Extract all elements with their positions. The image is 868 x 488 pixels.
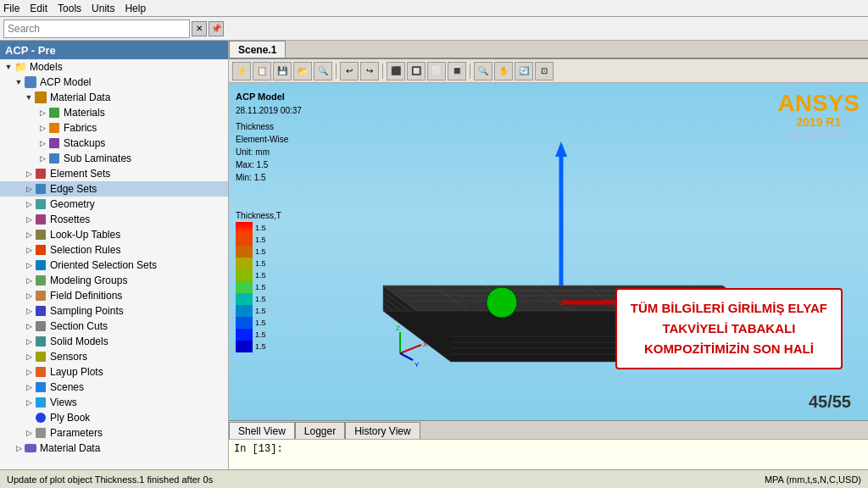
tree-layupplots[interactable]: ▷ Layup Plots — [0, 364, 228, 380]
expand-section-icon[interactable]: ▷ — [24, 321, 34, 331]
toolbar-btn-9[interactable]: 🔲 — [407, 62, 426, 80]
search-input[interactable] — [3, 19, 190, 38]
expand-materials-icon[interactable]: ▷ — [37, 108, 47, 118]
console[interactable]: In [13]: — [229, 439, 868, 469]
expand-geometry-icon[interactable]: ▷ — [24, 199, 34, 209]
toolbar: ⚡ 📋 💾 📂 🔍 ↩ ↪ ⬛ 🔲 ⬜ 🔳 🔍 ✋ 🔄 ⊡ — [229, 59, 868, 83]
expand-modeling-icon[interactable]: ▷ — [24, 275, 34, 286]
expand-param-icon[interactable]: ▷ — [24, 428, 34, 438]
expand-views-icon[interactable]: ▷ — [24, 397, 34, 408]
expand-oriented-icon[interactable]: ▷ — [24, 260, 34, 270]
toolbar-btn-11[interactable]: 🔳 — [448, 62, 466, 80]
search-clear-button[interactable]: ✕ — [192, 21, 207, 36]
expand-matdata2-icon[interactable]: ▷ — [14, 443, 24, 453]
tree-lookuptables[interactable]: ▷ Look-Up Tables — [0, 227, 228, 242]
toolbar-zoom[interactable]: 🔍 — [474, 62, 492, 80]
selrules-icon — [34, 243, 47, 257]
tab-logger[interactable]: Logger — [295, 422, 345, 439]
tree-stackups-label: Stackups — [64, 137, 105, 149]
expand-materialdata-icon[interactable]: ▼ — [24, 92, 34, 103]
toolbar-pan[interactable]: ✋ — [494, 62, 513, 80]
menu-edit[interactable]: Edit — [30, 3, 47, 14]
expand-selrules-icon[interactable]: ▷ — [24, 245, 34, 255]
tree-materials[interactable]: ▷ Materials — [0, 105, 228, 120]
expand-rosettes-icon[interactable]: ▷ — [24, 214, 34, 225]
menu-tools[interactable]: Tools — [58, 3, 81, 14]
tree-modelinggroups[interactable]: ▷ Modeling Groups — [0, 273, 228, 288]
tree-plybook[interactable]: Ply Book — [0, 410, 228, 425]
toolbar-btn-1[interactable]: ⚡ — [232, 62, 251, 80]
expand-edgesets-icon[interactable]: ▷ — [24, 184, 34, 194]
tree-acp-model[interactable]: ▼ ACP Model — [0, 75, 228, 90]
tree-materials-label: Materials — [64, 107, 105, 119]
tab-history-view[interactable]: History View — [345, 422, 420, 439]
toolbar-btn-5[interactable]: 🔍 — [314, 62, 332, 80]
tree-selectionrules[interactable]: ▷ Selection Rules — [0, 242, 228, 258]
tree-stackups[interactable]: ▷ Stackups — [0, 136, 228, 151]
expand-scenes-icon[interactable]: ▷ — [24, 382, 34, 392]
menu-file[interactable]: File — [3, 3, 19, 14]
right-panel: Scene.1 ⚡ 📋 💾 📂 🔍 ↩ ↪ ⬛ 🔲 ⬜ 🔳 🔍 ✋ 🔄 ⊡ — [229, 41, 868, 469]
toolbar-btn-3[interactable]: 💾 — [273, 62, 292, 80]
tree-material-data[interactable]: ▼ Material Data — [0, 90, 228, 105]
tree-fielddefs[interactable]: ▷ Field Definitions — [0, 288, 228, 303]
expand-plybook-icon[interactable] — [24, 413, 34, 423]
matdata2-icon — [24, 441, 37, 455]
tree-solidmodels[interactable]: ▷ Solid Models — [0, 334, 228, 349]
tree-materialdata2[interactable]: ▷ Material Data — [0, 441, 228, 456]
tab-shell-view[interactable]: Shell View — [229, 422, 295, 439]
thickness-label: Thickness — [236, 120, 302, 133]
tree-elementsets[interactable]: ▷ Element Sets — [0, 166, 228, 181]
min-label: Min: 1.5 — [236, 171, 302, 184]
tree-sectioncuts[interactable]: ▷ Section Cuts — [0, 319, 228, 334]
cb-item-3: 1.5 — [236, 258, 287, 269]
tree-matdata2-label: Material Data — [40, 442, 100, 454]
toolbar-btn-4[interactable]: 📂 — [293, 62, 312, 80]
expand-sampling-icon[interactable]: ▷ — [24, 306, 34, 316]
expand-stackups-icon[interactable]: ▷ — [37, 138, 47, 148]
tree-edgesets[interactable]: ▷ Edge Sets — [0, 181, 228, 197]
toolbar-btn-10[interactable]: ⬜ — [427, 62, 446, 80]
search-pin-button[interactable]: 📌 — [209, 21, 224, 36]
toolbar-btn-7[interactable]: ↪ — [360, 62, 379, 80]
colorbar-title: Thickness,T — [236, 211, 287, 220]
tree-fabrics[interactable]: ▷ Fabrics — [0, 120, 228, 136]
viewport[interactable]: ACP Model 28.11.2019 00:37 Thickness Ele… — [229, 83, 868, 420]
expand-models-icon[interactable]: ▼ — [3, 62, 14, 72]
materials-icon — [47, 106, 61, 119]
scene-tab[interactable]: Scene.1 — [229, 41, 286, 58]
colorbar: Thickness,T 1.5 1.5 1.5 — [236, 211, 287, 352]
tree-root[interactable]: ▼ 📁 Models — [0, 59, 228, 75]
tree-sublaminates[interactable]: ▷ Sub Laminates — [0, 151, 228, 166]
tree-sampling-label: Sampling Points — [50, 305, 124, 317]
expand-solid-icon[interactable]: ▷ — [24, 336, 34, 347]
tree-geometry-label: Geometry — [50, 198, 95, 210]
toolbar-btn-2[interactable]: 📋 — [253, 62, 271, 80]
models-icon: 📁 — [14, 60, 27, 74]
tree-geometry[interactable]: ▷ Geometry — [0, 197, 228, 212]
expand-acpmodel-icon[interactable]: ▼ — [14, 77, 24, 87]
toolbar-btn-6[interactable]: ↩ — [340, 62, 359, 80]
tree-orientedsets[interactable]: ▷ Oriented Selection Sets — [0, 258, 228, 273]
expand-layup-icon[interactable]: ▷ — [24, 367, 34, 377]
expand-sensors-icon[interactable]: ▷ — [24, 352, 34, 362]
menu-units[interactable]: Units — [92, 3, 114, 14]
toolbar-rotate[interactable]: 🔄 — [515, 62, 533, 80]
tree-rosettes[interactable]: ▷ Rosettes — [0, 212, 228, 227]
annotation-box: TÜM BİLGİLERİ GİRİLMİŞ ELYAF TAKVİYELİ T… — [615, 288, 843, 369]
tree-views[interactable]: ▷ Views — [0, 395, 228, 410]
tree-sensors[interactable]: ▷ Sensors — [0, 349, 228, 364]
tree-parameters[interactable]: ▷ Parameters — [0, 425, 228, 441]
menu-help[interactable]: Help — [125, 3, 146, 14]
toolbar-btn-8[interactable]: ⬛ — [387, 62, 405, 80]
tree-samplingpts[interactable]: ▷ Sampling Points — [0, 303, 228, 319]
expand-lookup-icon[interactable]: ▷ — [24, 230, 34, 240]
toolbar-fit[interactable]: ⊡ — [535, 62, 554, 80]
expand-sublam-icon[interactable]: ▷ — [37, 153, 47, 164]
cb-item-1: 1.5 — [236, 234, 287, 246]
svg-point-28 — [487, 287, 517, 318]
expand-fabrics-icon[interactable]: ▷ — [37, 123, 47, 133]
tree-scenes[interactable]: ▷ Scenes — [0, 380, 228, 395]
expand-elementsets-icon[interactable]: ▷ — [24, 169, 34, 179]
expand-field-icon[interactable]: ▷ — [24, 291, 34, 301]
